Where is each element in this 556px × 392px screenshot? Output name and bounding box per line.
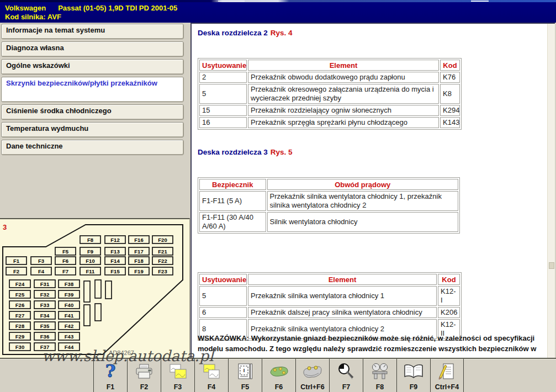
dashboard2-relay-table: UsytuowanieElementKod2Przekaźnik obwodu … <box>198 58 462 130</box>
sidebar-item-label: Temperatura wydmuchu <box>6 124 88 133</box>
manual-book-icon <box>403 359 424 383</box>
toolbar-button-f5[interactable]: IF5 <box>228 359 262 392</box>
column-header: Kod <box>440 60 460 71</box>
toolbar-key-label: F1 <box>107 383 115 392</box>
sidebar-item-label: Diagnoza własna <box>6 44 64 52</box>
toolbar-button-f9[interactable]: F9 <box>396 359 430 392</box>
toolbar-button-ctrl-f4[interactable]: Ctrl+F4 <box>430 359 464 392</box>
toolbar-key-label: F4 <box>208 383 216 392</box>
sidebar-item[interactable]: Ciśnienie środka chłodniczego <box>1 104 184 120</box>
toolbar-key-label: Ctrl+F6 <box>300 383 324 392</box>
magnifier-clock-icon <box>336 359 356 383</box>
toolbar-key-label: F2 <box>140 383 149 392</box>
toolbar-button-f7[interactable]: F7 <box>329 359 363 392</box>
fuse-label: F10 <box>86 258 94 264</box>
table-row: F1-F11 (5 A)Przekaźnik silnika wentylato… <box>199 191 458 211</box>
toolbar-button-f6[interactable]: F6 <box>262 359 295 392</box>
fuse-label: F1 <box>13 258 20 264</box>
engine-code-line: Kod silnika: AVF <box>5 13 556 22</box>
fuse-label: F19 <box>134 268 143 274</box>
table-row: 2Przekaźnik obwodu dodatkowego prądu zap… <box>199 72 460 83</box>
table-row: 16Przekaźnik sprzęgła sprężarki płynu ch… <box>199 117 460 128</box>
content-panel: Deska rozdzielcza 2Rys. 4 UsytuowanieEle… <box>190 23 555 358</box>
section-heading: Deska rozdzielcza 2Rys. 4 <box>198 29 293 37</box>
fuse-label: F38 <box>65 281 73 287</box>
fuse-label: F32 <box>40 292 49 298</box>
fuse-label: F36 <box>40 333 49 340</box>
sidebar-item-label: Ogólne wskazówki <box>6 61 70 70</box>
printer-icon <box>134 359 154 383</box>
column-header: Element <box>248 274 437 285</box>
table-cell: K206 <box>438 307 460 318</box>
fuse-label: F37 <box>40 344 49 350</box>
figure-reference-link[interactable]: Rys. 5 <box>271 148 293 156</box>
pictures-alt-icon <box>202 359 221 383</box>
fuse-label: F14 <box>110 258 120 264</box>
fuse-label: F34 <box>40 312 50 319</box>
fuse-label: F16 <box>134 237 143 243</box>
fuse-label: F42 <box>65 323 73 329</box>
sidebar-item[interactable]: Dane techniczne <box>1 140 184 155</box>
fuse-label: F17 <box>134 248 143 255</box>
toolbar-button-f4[interactable]: F4 <box>194 359 228 392</box>
pressure-gauges-icon <box>370 359 390 383</box>
table-cell: K294 <box>440 105 460 116</box>
figure-reference-link[interactable]: Rys. 4 <box>271 29 293 37</box>
column-header: Kod <box>438 274 460 285</box>
column-header: Usytuowanie <box>199 60 247 71</box>
fusebox-diagram-panel: 3 F8F12F16F20F5F9F13F17F21F1F3F6F10F14F1… <box>0 218 190 358</box>
fuse-label: F35 <box>40 323 50 329</box>
svg-text:I: I <box>243 368 245 373</box>
section-title: Deska rozdzielcza 2 <box>198 29 268 37</box>
table-cell: Przekaźnik okresowego załączania urządze… <box>248 84 439 104</box>
fuse-label: F23 <box>158 268 167 274</box>
sidebar-menu: Informacje na temat systemuDiagnoza włas… <box>1 24 184 157</box>
table-cell: Przekaźnik dalszej pracy silnika wentyla… <box>248 307 437 318</box>
toolbar-button-f1[interactable]: ?F1 <box>93 359 127 392</box>
toolbar-key-label: F6 <box>275 383 283 392</box>
fuse-label: F2 <box>13 268 19 274</box>
note-text: WSKAZÓWKA: Wykorzystanie gniazd bezpiecz… <box>198 333 536 354</box>
note-line: modelu samochodu. Z tego względu należy … <box>198 343 536 354</box>
toolbar-button-f3[interactable]: F3 <box>161 359 194 392</box>
table-cell: 6 <box>199 307 247 318</box>
toolbar-button-ctrl-f6[interactable]: Ctrl+F6 <box>295 359 329 392</box>
schematic-icon: I <box>236 359 255 383</box>
fusebox-svg: F8F12F16F20F5F9F13F17F21F1F3F6F10F14F18F… <box>0 219 190 358</box>
toolbar-buttons: ?F1F2F3F4IF5F6Ctrl+F6F7F8F9Ctrl+F4 <box>93 359 464 392</box>
fuse-label: F39 <box>65 292 73 298</box>
table-cell: K143 <box>440 117 460 128</box>
fuse-label: F8 <box>87 237 93 243</box>
sidebar-item-label: Dane techniczne <box>6 142 63 150</box>
fuse-label: F4 <box>38 268 45 274</box>
section-heading: Deska rozdzielcza 3Rys. 5 <box>198 148 293 156</box>
sidebar-item[interactable]: Skrzynki bezpieczników/płytki przekaźnik… <box>1 77 184 102</box>
table-row: F1-F11 (30 A/40 A/60 A)Silnik wentylator… <box>199 212 458 232</box>
engine-gauges-icon <box>302 359 323 383</box>
fuse-label: F44 <box>65 344 74 350</box>
toolbar-key-label: F9 <box>410 383 418 392</box>
vertical-scrollbar[interactable] <box>547 24 555 358</box>
toolbar-key-label: F5 <box>241 383 250 392</box>
vehicle-title-line: VolkswagenPassat (01-05) 1,9D TDI PD 200… <box>5 4 556 13</box>
fuse-label: F22 <box>158 258 167 264</box>
fuse-label: F11 <box>86 268 96 274</box>
dashboard3-fuse-table: BezpiecznikObwód prądowyF1-F11 (5 A)Prze… <box>198 177 460 234</box>
relay-slot <box>95 304 101 321</box>
table-cell: K8 <box>440 84 460 104</box>
window-edge-mark <box>218 1 245 2</box>
table-cell: Przekaźnik sprzęgła sprężarki płynu chło… <box>248 117 439 128</box>
sidebar-item[interactable]: Informacje na temat systemu <box>1 24 184 39</box>
table-cell: Przekaźnik silnika wentylatora chłodnicy… <box>248 286 437 306</box>
toolbar-button-f8[interactable]: F8 <box>363 359 396 392</box>
sidebar-item-label: Informacje na temat systemu <box>6 26 105 34</box>
table-cell: 5 <box>199 84 247 104</box>
scrollbar-thumb[interactable] <box>549 262 554 269</box>
sidebar-item[interactable]: Diagnoza własna <box>1 41 184 57</box>
fuse-label: F20 <box>158 237 167 243</box>
fuse-label: F25 <box>15 292 25 298</box>
fuse-label: F15 <box>110 268 120 274</box>
toolbar-button-f2[interactable]: F2 <box>127 359 161 392</box>
sidebar-item[interactable]: Temperatura wydmuchu <box>1 122 184 137</box>
sidebar-item[interactable]: Ogólne wskazówki <box>1 59 184 75</box>
